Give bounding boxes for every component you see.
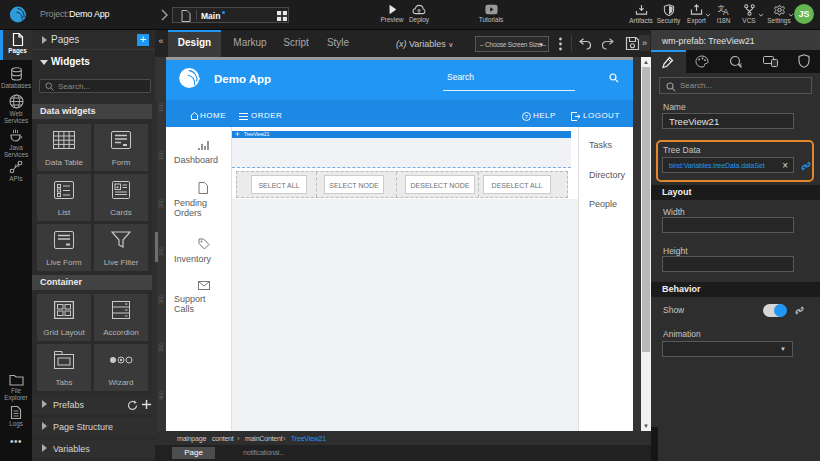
svg-text:?: ? (525, 114, 529, 120)
svg-text:A: A (723, 7, 729, 16)
